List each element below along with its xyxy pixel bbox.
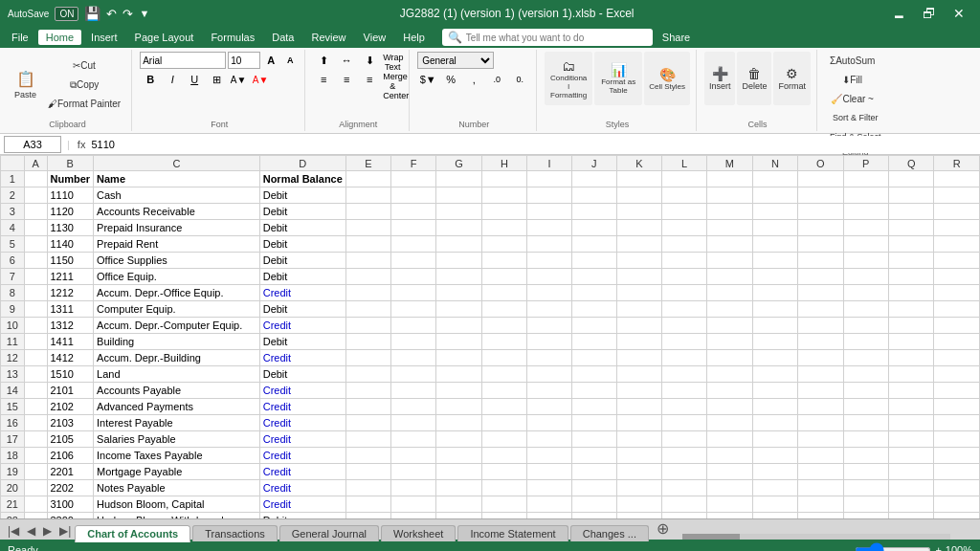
table-row[interactable]: 152102Advanced PaymentsCredit xyxy=(1,399,980,415)
cell-empty[interactable] xyxy=(436,496,482,513)
cell-empty[interactable] xyxy=(527,285,571,301)
cell-empty[interactable] xyxy=(391,366,436,383)
row-header[interactable]: 1 xyxy=(1,171,25,187)
cell-empty[interactable] xyxy=(436,448,482,464)
cell-number[interactable]: Number xyxy=(47,171,94,187)
cell-empty[interactable] xyxy=(843,334,888,350)
cell-empty[interactable] xyxy=(345,480,390,496)
cell-empty[interactable] xyxy=(662,187,707,204)
cell-empty[interactable] xyxy=(662,496,707,513)
font-size-input[interactable] xyxy=(228,52,260,69)
cell-empty[interactable] xyxy=(616,253,661,269)
cell-empty[interactable] xyxy=(707,220,753,236)
cell-empty[interactable] xyxy=(481,253,526,269)
cell-number[interactable]: 2105 xyxy=(47,431,94,448)
cell-empty[interactable] xyxy=(752,204,797,220)
cell-number[interactable]: 1411 xyxy=(47,334,94,350)
cell-empty[interactable] xyxy=(345,334,390,350)
cell-empty[interactable] xyxy=(707,171,753,187)
cell-empty[interactable] xyxy=(571,480,616,496)
cell-empty[interactable] xyxy=(481,171,526,187)
cell-empty[interactable] xyxy=(752,269,797,285)
currency-btn[interactable]: $▼ xyxy=(417,71,438,88)
col-header-l[interactable]: L xyxy=(662,156,707,171)
cell-a[interactable] xyxy=(24,415,47,431)
cell-empty[interactable] xyxy=(616,285,661,301)
cell-empty[interactable] xyxy=(527,350,571,366)
row-header[interactable]: 18 xyxy=(1,448,25,464)
cell-empty[interactable] xyxy=(391,285,436,301)
cell-empty[interactable] xyxy=(843,318,888,334)
col-header-m[interactable]: M xyxy=(707,156,753,171)
zoom-out-btn[interactable]: - xyxy=(848,544,852,551)
cell-empty[interactable] xyxy=(888,285,934,301)
cell-empty[interactable] xyxy=(571,285,616,301)
row-header[interactable]: 16 xyxy=(1,415,25,431)
cell-empty[interactable] xyxy=(527,171,571,187)
table-row[interactable]: 121412Accum. Depr.-BuildingCredit xyxy=(1,350,980,366)
cell-empty[interactable] xyxy=(391,415,436,431)
row-header[interactable]: 20 xyxy=(1,480,25,496)
cell-number[interactable]: 1211 xyxy=(47,269,94,285)
cell-empty[interactable] xyxy=(527,366,571,383)
menu-formulas[interactable]: Formulas xyxy=(203,30,262,45)
row-header[interactable]: 21 xyxy=(1,496,25,513)
table-row[interactable]: 202202Notes PayableCredit xyxy=(1,480,980,496)
cell-empty[interactable] xyxy=(481,301,526,318)
cell-empty[interactable] xyxy=(843,399,888,415)
cell-number[interactable]: 2101 xyxy=(47,383,94,399)
cell-empty[interactable] xyxy=(527,334,571,350)
percent-btn[interactable]: % xyxy=(440,71,461,88)
cell-balance[interactable]: Debit xyxy=(259,301,345,318)
cell-empty[interactable] xyxy=(616,350,661,366)
cell-empty[interactable] xyxy=(662,431,707,448)
col-header-i[interactable]: I xyxy=(527,156,571,171)
cell-empty[interactable] xyxy=(481,187,526,204)
cell-empty[interactable] xyxy=(843,415,888,431)
cell-empty[interactable] xyxy=(888,496,934,513)
cell-empty[interactable] xyxy=(436,269,482,285)
cell-empty[interactable] xyxy=(934,399,980,415)
conditional-formatting-btn[interactable]: 🗂 Conditional Formatting xyxy=(545,52,592,105)
cell-number[interactable]: 3300 xyxy=(47,513,94,519)
cell-empty[interactable] xyxy=(616,513,661,519)
fill-color-btn[interactable]: A▼ xyxy=(228,71,249,88)
col-header-g[interactable]: G xyxy=(436,156,482,171)
cell-empty[interactable] xyxy=(843,383,888,399)
cell-empty[interactable] xyxy=(481,415,526,431)
cell-empty[interactable] xyxy=(616,187,661,204)
tab-nav-last[interactable]: ▶| xyxy=(56,522,75,540)
cell-empty[interactable] xyxy=(436,399,482,415)
cell-empty[interactable] xyxy=(527,253,571,269)
table-row[interactable]: 41130Prepaid InsuranceDebit xyxy=(1,220,980,236)
cell-empty[interactable] xyxy=(707,204,753,220)
cell-empty[interactable] xyxy=(391,220,436,236)
row-header[interactable]: 4 xyxy=(1,220,25,236)
cell-empty[interactable] xyxy=(707,464,753,480)
cell-empty[interactable] xyxy=(843,269,888,285)
table-row[interactable]: 1NumberNameNormal Balance xyxy=(1,171,980,187)
table-row[interactable]: 172105Salaries PayableCredit xyxy=(1,431,980,448)
col-header-o[interactable]: O xyxy=(798,156,844,171)
cell-empty[interactable] xyxy=(934,448,980,464)
cell-empty[interactable] xyxy=(888,383,934,399)
cell-balance[interactable]: Debit xyxy=(259,366,345,383)
cell-empty[interactable] xyxy=(436,171,482,187)
cell-empty[interactable] xyxy=(888,204,934,220)
cell-balance[interactable]: Debit xyxy=(259,187,345,204)
cell-empty[interactable] xyxy=(436,187,482,204)
cell-balance[interactable]: Credit xyxy=(259,383,345,399)
col-header-d[interactable]: D xyxy=(259,156,345,171)
cell-number[interactable]: 2102 xyxy=(47,399,94,415)
align-left-btn[interactable]: ≡ xyxy=(313,71,334,88)
cell-a[interactable] xyxy=(24,204,47,220)
cell-empty[interactable] xyxy=(571,383,616,399)
cell-empty[interactable] xyxy=(481,431,526,448)
cell-empty[interactable] xyxy=(662,334,707,350)
cell-empty[interactable] xyxy=(571,204,616,220)
cell-empty[interactable] xyxy=(662,285,707,301)
cell-empty[interactable] xyxy=(798,301,844,318)
cell-empty[interactable] xyxy=(481,496,526,513)
menu-insert[interactable]: Insert xyxy=(83,30,125,45)
cell-empty[interactable] xyxy=(934,318,980,334)
